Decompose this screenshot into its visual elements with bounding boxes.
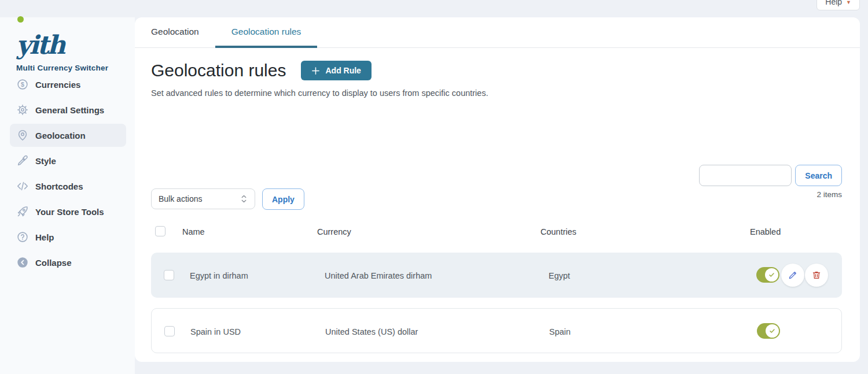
trash-icon [811, 270, 822, 280]
page-description: Set advanced rules to determine which cu… [151, 88, 842, 98]
rule-name: Egypt in dirham [190, 271, 248, 280]
gear-icon [16, 103, 30, 117]
sidebar-item-label: Help [35, 232, 54, 242]
tab-content: Geolocation rules Add Rule Set advanced … [135, 48, 860, 361]
sidebar-item-label: Geolocation [35, 131, 86, 140]
toggle-knob [765, 268, 778, 282]
sidebar-item-collapse[interactable]: Collapse [10, 251, 126, 274]
items-count: 2 items [816, 190, 842, 199]
sidebar-item-help[interactable]: Help [10, 225, 126, 249]
enabled-toggle[interactable] [756, 267, 779, 283]
plus-icon [311, 66, 320, 75]
sidebar-item-currencies[interactable]: $ Currencies [10, 73, 126, 96]
sidebar-item-geolocation[interactable]: Geolocation [10, 124, 126, 147]
enabled-toggle[interactable] [757, 323, 780, 339]
bulk-actions-selected-value: Bulk actions [159, 194, 202, 203]
collapse-arrow-icon [16, 255, 30, 269]
question-circle-icon [16, 230, 30, 244]
column-header-name: Name [182, 227, 205, 236]
table-row[interactable]: Spain in USD United States (US) dollar S… [151, 308, 842, 353]
svg-text:$: $ [21, 81, 24, 88]
code-icon [16, 179, 30, 193]
search-input[interactable] [699, 165, 792, 186]
help-dropdown-label: Help [825, 0, 842, 6]
sidebar-nav: $ Currencies General Settings Geolocatio… [10, 73, 126, 276]
rule-countries: Egypt [549, 271, 570, 280]
sidebar-item-shortcodes[interactable]: Shortcodes [10, 175, 126, 198]
add-rule-button[interactable]: Add Rule [301, 61, 371, 80]
sidebar-item-label: Style [35, 156, 56, 166]
column-header-enabled: Enabled [750, 227, 781, 236]
dollar-circle-icon: $ [16, 77, 30, 91]
check-icon [769, 328, 775, 334]
check-icon [768, 272, 775, 278]
column-header-currency: Currency [317, 227, 351, 236]
map-pin-icon [16, 128, 30, 142]
rule-name: Spain in USD [190, 327, 241, 336]
select-all-checkbox[interactable] [155, 226, 165, 236]
tab-geolocation-rules[interactable]: Geolocation rules [215, 17, 318, 48]
sidebar-item-label: Collapse [35, 258, 72, 268]
sidebar-item-your-store-tools[interactable]: Your Store Tools [10, 200, 126, 223]
table-header: Name Currency Countries Enabled [135, 224, 860, 242]
sidebar-item-label: Currencies [35, 80, 80, 90]
toggle-knob [766, 324, 779, 338]
sidebar-item-label: Shortcodes [35, 182, 83, 191]
add-rule-label: Add Rule [325, 66, 361, 75]
bulk-actions-select[interactable]: Bulk actions [151, 188, 255, 209]
row-checkbox[interactable] [164, 326, 175, 336]
rule-currency: United Arab Emirates dirham [325, 271, 432, 280]
help-dropdown-button[interactable]: Help ▼ [816, 0, 860, 10]
sidebar-item-label: Your Store Tools [35, 207, 104, 217]
rule-countries: Spain [549, 327, 571, 336]
yith-logo: yith [16, 32, 64, 58]
tab-geolocation[interactable]: Geolocation [135, 17, 215, 48]
rocket-icon [16, 205, 30, 219]
sidebar-item-general-settings[interactable]: General Settings [10, 98, 126, 121]
search-button[interactable]: Search [795, 165, 842, 186]
row-checkbox[interactable] [164, 270, 174, 280]
edit-rule-button[interactable] [781, 264, 804, 287]
sidebar-item-label: General Settings [35, 105, 104, 115]
eyedropper-icon [16, 154, 30, 168]
plugin-name: Multi Currency Switcher [16, 64, 135, 72]
delete-rule-button[interactable] [805, 264, 828, 287]
tab-bar: Geolocation Geolocation rules [135, 17, 860, 48]
apply-button[interactable]: Apply [262, 188, 304, 210]
logo-dot [17, 16, 24, 23]
column-header-countries: Countries [540, 227, 576, 236]
sidebar-item-style[interactable]: Style [10, 149, 126, 172]
select-chevrons-icon [240, 194, 248, 203]
page-title: Geolocation rules [151, 61, 286, 80]
chevron-down-icon: ▼ [846, 0, 851, 6]
sidebar: yith Multi Currency Switcher $ Currencie… [0, 17, 135, 374]
pencil-icon [788, 270, 798, 280]
brand: yith Multi Currency Switcher [0, 17, 135, 72]
rule-currency: United States (US) dollar [325, 327, 418, 336]
table-row[interactable]: Egypt in dirham United Arab Emirates dir… [151, 253, 842, 298]
main-panel: Geolocation Geolocation rules Geolocatio… [135, 17, 860, 362]
